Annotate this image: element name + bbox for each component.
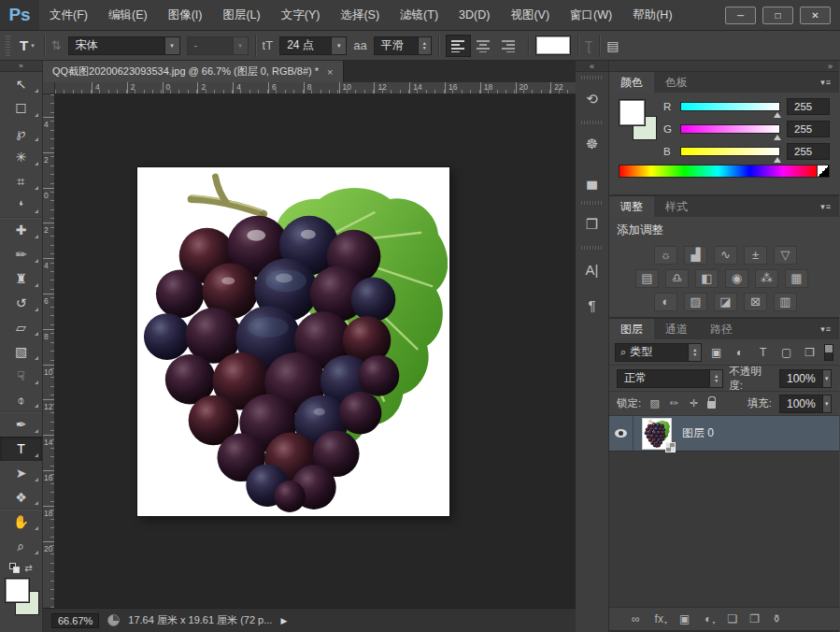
paragraph-panel-icon[interactable]: ¶ (576, 287, 609, 323)
eraser-tool[interactable]: ▱ (0, 315, 42, 339)
channel-mixer-icon[interactable]: ⁂ (755, 269, 778, 288)
filter-smart-object-icon[interactable]: ❒ (800, 343, 819, 362)
brightness-contrast-icon[interactable]: ☼ (654, 246, 677, 265)
vertical-ruler[interactable]: 4202468101214161820 (43, 94, 55, 608)
move-tool[interactable]: ↖ (0, 72, 42, 96)
dodge-tool[interactable]: ⌽ (0, 388, 42, 412)
text-orientation-icon[interactable]: ⇅ (51, 38, 62, 52)
chevron-down-icon[interactable]: ▾ (164, 37, 179, 54)
zoom-level-field[interactable]: 66.67% (51, 613, 99, 628)
align-right-button[interactable] (496, 35, 521, 57)
threshold-icon[interactable]: ◪ (714, 293, 737, 311)
lock-position-icon[interactable]: ✛ (688, 397, 700, 409)
invert-icon[interactable]: ◐ (654, 293, 677, 311)
clone-stamp-tool[interactable]: ♜ (0, 266, 42, 291)
new-group-icon[interactable]: ❏ ▾ (728, 612, 738, 625)
panel-menu-icon[interactable]: ▾≡ (820, 196, 839, 217)
fill-select[interactable]: 100% ▾ (779, 395, 832, 413)
lock-pixels-icon[interactable]: ✏ (668, 397, 680, 409)
green-channel-slider[interactable] (680, 124, 780, 134)
hand-tool[interactable]: ✋ (0, 510, 42, 534)
panels-collapse-button[interactable]: » (609, 61, 839, 72)
panel-menu-icon[interactable]: ▾≡ (820, 319, 839, 339)
filter-shape-icon[interactable]: ▢ (776, 343, 796, 362)
red-channel-slider[interactable] (680, 102, 780, 111)
default-colors-icon[interactable] (9, 563, 20, 573)
maximize-button[interactable]: □ (762, 7, 793, 24)
menu-view[interactable]: 视图(V) (500, 0, 560, 30)
eyedropper-tool[interactable]: ❛ (0, 194, 42, 218)
blue-channel-slider[interactable] (680, 147, 780, 156)
opacity-select[interactable]: 100% ▾ (779, 369, 832, 388)
filter-image-icon[interactable]: ▣ (706, 343, 726, 362)
status-flyout-icon[interactable]: ▶ (280, 616, 287, 625)
slider-thumb-icon[interactable] (774, 131, 781, 140)
chevron-down-icon[interactable]: ▾ (822, 395, 831, 412)
lasso-tool[interactable]: ℘ (0, 121, 42, 145)
histogram-panel-icon[interactable]: ▄ (576, 162, 609, 197)
spinner-arrows-icon[interactable]: ▲▼ (709, 370, 722, 387)
layer-mask-icon[interactable]: ▣ ▾ (679, 612, 690, 625)
quick-selection-tool[interactable]: ✳ (0, 145, 42, 169)
tab-paths[interactable]: 路径 (699, 319, 744, 339)
new-layer-icon[interactable]: ❐ ▾ (749, 612, 760, 625)
path-selection-tool[interactable]: ➤ (0, 461, 42, 485)
info-panel-icon[interactable]: ❒ (576, 207, 609, 242)
options-gripper[interactable] (6, 36, 10, 56)
new-adjustment-layer-icon[interactable]: ◐ ▾ (705, 612, 715, 625)
dock-expand-button[interactable]: « (576, 61, 608, 72)
layer-style-icon[interactable]: fx ▾ (655, 612, 667, 625)
antialias-select[interactable]: 平滑 ▲▼ (374, 36, 432, 55)
foreground-color-swatch[interactable] (5, 578, 30, 603)
slider-thumb-icon[interactable] (774, 153, 781, 163)
menu-select[interactable]: 选择(S) (330, 0, 390, 30)
tab-channels[interactable]: 通道 (654, 319, 699, 339)
menu-filter[interactable]: 滤镜(T) (390, 0, 448, 30)
filter-type-icon[interactable]: T (753, 343, 773, 362)
ruler-corner[interactable] (43, 82, 55, 94)
foreground-color-swatch[interactable] (619, 99, 646, 126)
marquee-tool[interactable]: ☐ (0, 96, 42, 121)
hue-saturation-icon[interactable]: ▤ (635, 269, 659, 288)
menu-window[interactable]: 窗口(W) (560, 0, 622, 30)
canvas-pasteboard[interactable] (55, 94, 576, 608)
color-balance-icon[interactable]: ♎ (665, 269, 689, 288)
text-color-swatch[interactable] (535, 36, 571, 55)
green-channel-value[interactable]: 255 (787, 121, 830, 137)
filter-type-select[interactable]: ⌕ 类型 ▲▼ (615, 343, 702, 362)
history-panel-icon[interactable]: ⟲ (576, 81, 609, 117)
tab-styles[interactable]: 样式 (654, 196, 699, 217)
font-family-select[interactable]: 宋体 ▾ (68, 36, 180, 55)
filter-toggle-switch[interactable] (824, 344, 833, 361)
slider-thumb-icon[interactable] (774, 108, 781, 118)
menu-file[interactable]: 文件(F) (39, 0, 98, 30)
menu-3d[interactable]: 3D(D) (448, 0, 500, 30)
tab-close-icon[interactable]: × (327, 66, 333, 78)
link-layers-icon[interactable]: ∞ ▾ (632, 612, 640, 625)
layer-name[interactable]: 图层 0 (682, 425, 714, 441)
custom-shape-tool[interactable]: ❖ (0, 485, 42, 510)
document-tab[interactable]: QQ截图20200623093534.jpg @ 66.7% (图层 0, RG… (43, 61, 344, 82)
dock-gripper[interactable] (581, 201, 604, 205)
minimize-button[interactable]: ─ (725, 7, 756, 24)
menu-image[interactable]: 图像(I) (158, 0, 213, 30)
healing-brush-tool[interactable]: ✚ (0, 218, 42, 242)
font-size-select[interactable]: 24 点 ▾ (279, 36, 347, 55)
align-center-button[interactable] (471, 35, 496, 57)
menu-type[interactable]: 文字(Y) (271, 0, 331, 30)
tool-preset-button[interactable]: T ▾ (17, 36, 37, 55)
levels-icon[interactable]: ▟ (684, 246, 707, 265)
tab-color[interactable]: 颜色 (609, 72, 654, 93)
lock-transparency-icon[interactable]: ▨ (648, 397, 661, 409)
tools-collapse-button[interactable]: » (0, 61, 42, 72)
dock-gripper[interactable] (581, 76, 604, 79)
tab-adjustments[interactable]: 调整 (609, 196, 654, 217)
crop-tool[interactable]: ⌗ (0, 169, 42, 194)
chevron-down-icon[interactable]: ▾ (822, 370, 831, 387)
photo-filter-icon[interactable]: ◉ (725, 269, 748, 288)
black-white-icon[interactable]: ◧ (695, 269, 719, 288)
smudge-tool[interactable]: ☟ (0, 364, 42, 388)
history-brush-tool[interactable]: ↺ (0, 291, 42, 315)
blend-mode-select[interactable]: 正常 ▲▼ (617, 369, 723, 388)
selective-color-icon[interactable]: ⊠ (744, 293, 767, 311)
